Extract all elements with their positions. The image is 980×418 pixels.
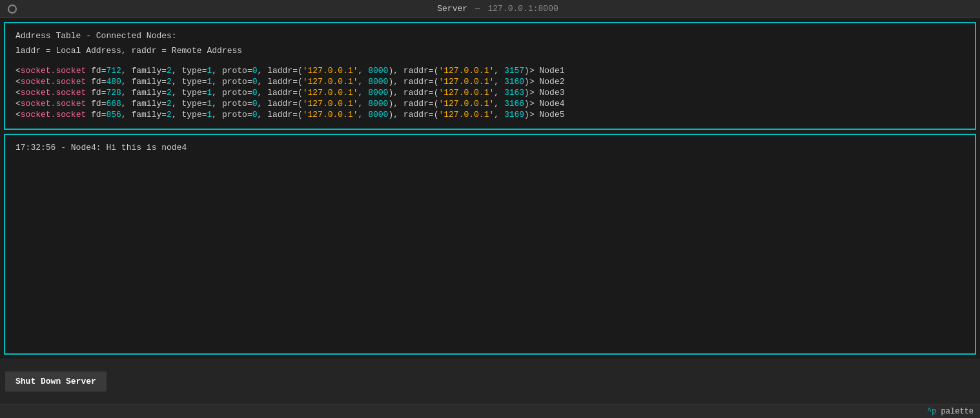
window-circle-icon [8,5,17,14]
status-bar: ^p palette [0,404,980,418]
address-legend: laddr = Local Address, raddr = Remote Ad… [15,46,965,56]
status-bar-shortcut: ^p palette [927,407,974,416]
title-bar: Server — 127.0.0.1:8000 [0,0,980,18]
status-label: palette [941,407,974,416]
title-bar-text: Server — 127.0.0.1:8000 [23,4,972,14]
main-content: Address Table - Connected Nodes: laddr =… [0,18,980,359]
window-title: Server [437,4,467,14]
address-table-header: Address Table - Connected Nodes: [15,31,965,41]
bottom-bar: Shut Down Server [0,359,980,404]
server-address: 127.0.0.1:8000 [488,4,558,14]
message-panel: 17:32:56 - Node4: Hi this is node4 [4,134,976,355]
socket-row: <socket.socket fd=668, family=2, type=1,… [15,99,965,109]
socket-row: <socket.socket fd=712, family=2, type=1,… [15,66,965,76]
socket-row: <socket.socket fd=728, family=2, type=1,… [15,88,965,98]
message-text: 17:32:56 - Node4: Hi this is node4 [15,143,187,152]
socket-row: <socket.socket fd=856, family=2, type=1,… [15,110,965,120]
message-line: 17:32:56 - Node4: Hi this is node4 [15,143,965,152]
socket-row: <socket.socket fd=480, family=2, type=1,… [15,77,965,87]
shutdown-server-button[interactable]: Shut Down Server [5,371,107,392]
address-panel: Address Table - Connected Nodes: laddr =… [4,22,976,130]
ctrl-key: ^p [927,407,936,416]
title-separator: — [475,4,480,14]
